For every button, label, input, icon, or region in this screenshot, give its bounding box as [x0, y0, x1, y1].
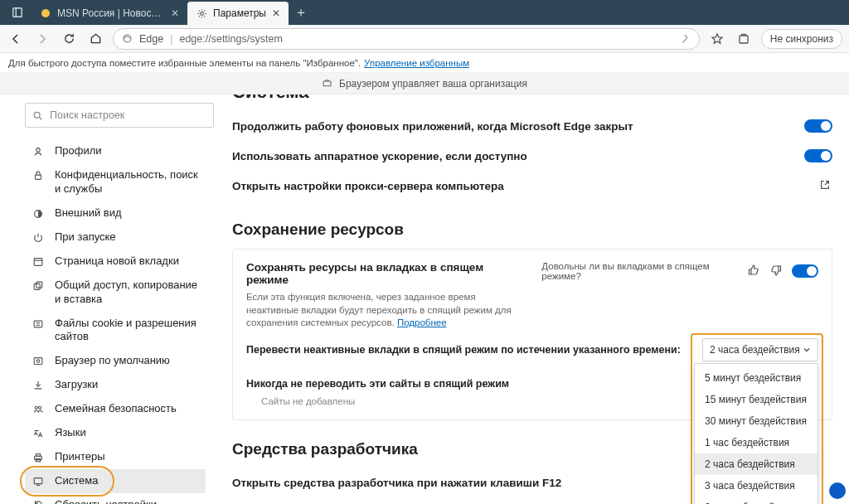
new-tab-button[interactable]: ＋	[289, 0, 313, 25]
sidebar-item-label: Внешний вид	[55, 206, 122, 220]
sidebar-item-label: Загрузки	[55, 378, 98, 392]
profile-icon	[32, 145, 45, 158]
svg-point-22	[35, 407, 37, 410]
external-link-icon	[819, 179, 832, 192]
svg-point-4	[124, 35, 131, 42]
setting-bg-apps: Продолжить работу фоновых приложений, ко…	[232, 111, 832, 141]
language-icon	[32, 427, 45, 440]
sleeping-tabs-card: Сохранять ресурсы на вкладках в спящем р…	[232, 249, 832, 420]
msn-favicon-icon	[40, 7, 51, 19]
sidebar-item-profiles[interactable]: Профили	[25, 139, 206, 163]
favorites-hint-text: Для быстрого доступа поместите избранные…	[8, 58, 361, 68]
svg-rect-7	[323, 81, 331, 86]
gear-icon	[196, 7, 207, 19]
dropdown-selected-value: 2 часа бездействия	[710, 344, 800, 356]
sidebar-item-label: Страница новой вкладки	[55, 254, 179, 269]
sidebar-item-onstartup[interactable]: При запуске	[25, 225, 206, 250]
feedback-bubble-icon[interactable]	[829, 482, 846, 499]
sleep-timeout-menu: 5 минут бездействия 15 минут бездействия…	[694, 363, 818, 504]
thumbs-up-icon[interactable]	[747, 264, 761, 279]
reload-icon[interactable]	[60, 30, 78, 48]
thumbs-down-icon[interactable]	[769, 264, 784, 279]
sidebar-item-printers[interactable]: Принтеры	[25, 445, 206, 469]
close-icon[interactable]: ✕	[272, 7, 280, 19]
chevron-down-icon	[803, 346, 811, 354]
sidebar-item-languages[interactable]: Языки	[25, 421, 206, 445]
lock-icon	[32, 169, 45, 182]
sidebar-item-privacy[interactable]: Конфиденциальность, поиск и службы	[25, 163, 206, 201]
address-bar[interactable]: Edge | edge://settings/system	[113, 28, 700, 50]
sidebar-item-label: Сбросить настройки	[55, 498, 157, 504]
toggle-sleeping-tabs[interactable]	[792, 264, 818, 278]
search-placeholder: Поиск настроек	[50, 109, 124, 121]
sidebar-item-cookies[interactable]: Файлы cookie и разрешения сайтов	[25, 312, 206, 350]
dropdown-option[interactable]: 6 часов бездействия	[695, 497, 817, 504]
sync-button[interactable]: Не синхрониз	[761, 29, 842, 49]
forward-icon[interactable]	[33, 30, 51, 48]
close-icon[interactable]: ✕	[171, 7, 179, 19]
toggle-hw-accel[interactable]	[804, 149, 832, 162]
learn-more-link[interactable]: Подробнее	[397, 317, 447, 327]
back-icon[interactable]	[7, 30, 25, 48]
svg-point-23	[39, 407, 41, 410]
section-title-resources: Сохранение ресурсов	[232, 220, 832, 239]
setting-label: Открыть настройки прокси-сервера компьют…	[232, 180, 504, 192]
sidebar-item-newtab[interactable]: Страница новой вкладки	[25, 250, 206, 274]
dropdown-option[interactable]: 5 минут бездействия	[695, 367, 817, 389]
sidebar-item-default-browser[interactable]: Браузер по умолчанию	[25, 349, 206, 373]
sleep-timeout-dropdown[interactable]: 2 часа бездействия	[702, 338, 818, 361]
setting-hw-accel: Использовать аппаратное ускорение, если …	[232, 141, 832, 171]
dropdown-option[interactable]: 30 минут бездействия	[695, 410, 817, 432]
svg-rect-17	[34, 321, 42, 327]
briefcase-icon	[322, 78, 332, 89]
feedback-question: Довольны ли вы вкладками в спящем режиме…	[541, 261, 739, 281]
dropdown-option[interactable]: 15 минут бездействия	[695, 389, 817, 410]
sync-label: Не синхрониз	[770, 33, 833, 45]
toggle-bg-apps[interactable]	[804, 119, 832, 133]
search-icon	[32, 110, 43, 121]
home-icon[interactable]	[86, 30, 104, 48]
search-input[interactable]: Поиск настроек	[25, 103, 214, 128]
svg-rect-20	[34, 358, 42, 365]
settings-sidebar: Поиск настроек Профили Конфиденциальност…	[0, 94, 232, 504]
reset-icon	[32, 499, 45, 504]
svg-rect-11	[36, 175, 41, 179]
tab-strip: MSN Россия | Новости, фото, п ✕ Параметр…	[0, 0, 849, 25]
sidebar-item-system[interactable]: Система	[25, 469, 206, 493]
sidebar-item-label: Семейная безопасность	[55, 402, 177, 416]
setting-label: Продолжить работу фоновых приложений, ко…	[232, 120, 633, 133]
org-banner: Браузером управляет ваша организация	[0, 73, 849, 94]
dropdown-option[interactable]: 1 час бездействия	[695, 432, 817, 453]
dropdown-option[interactable]: 3 часа бездействия	[695, 475, 817, 497]
svg-point-21	[36, 360, 40, 363]
svg-rect-13	[34, 258, 42, 265]
setting-proxy[interactable]: Открыть настройки прокси-сервера компьют…	[232, 171, 832, 201]
sidebar-item-reset[interactable]: Сбросить настройки	[25, 493, 206, 504]
tab-settings[interactable]: Параметры ✕	[187, 2, 289, 25]
appearance-icon	[32, 207, 45, 220]
favorites-manage-link[interactable]: Управление избранным	[364, 58, 469, 68]
svg-point-8	[34, 112, 40, 118]
sidebar-item-label: Профили	[55, 144, 102, 158]
address-url: edge://settings/system	[179, 33, 282, 45]
sidebar-item-appearance[interactable]: Внешний вид	[25, 201, 206, 225]
tab-msn[interactable]: MSN Россия | Новости, фото, п ✕	[32, 2, 187, 25]
favorites-icon[interactable]	[708, 30, 726, 48]
svg-rect-16	[36, 282, 42, 288]
sidebar-item-family[interactable]: Семейная безопасность	[25, 397, 206, 421]
collections-icon[interactable]	[735, 30, 753, 48]
power-icon	[32, 231, 45, 245]
svg-point-3	[200, 12, 203, 15]
org-banner-text: Браузером управляет ваша организация	[339, 78, 527, 90]
dropdown-option[interactable]: 2 часа бездействия	[695, 453, 817, 475]
setting-label: Открыть средства разработчика при нажати…	[232, 477, 561, 489]
sidebar-item-downloads[interactable]: Загрузки	[25, 373, 206, 397]
sidebar-item-label: Общий доступ, копирование и вставка	[55, 279, 199, 307]
tab-actions-icon[interactable]	[3, 0, 32, 25]
sidebar-item-label: При запуске	[55, 230, 116, 245]
sidebar-item-label: Система	[55, 474, 98, 488]
sidebar-item-share[interactable]: Общий доступ, копирование и вставка	[25, 274, 206, 312]
sidebar-item-label: Файлы cookie и разрешения сайтов	[55, 317, 199, 345]
newtab-icon	[32, 255, 45, 269]
read-aloud-icon[interactable]	[679, 33, 691, 45]
